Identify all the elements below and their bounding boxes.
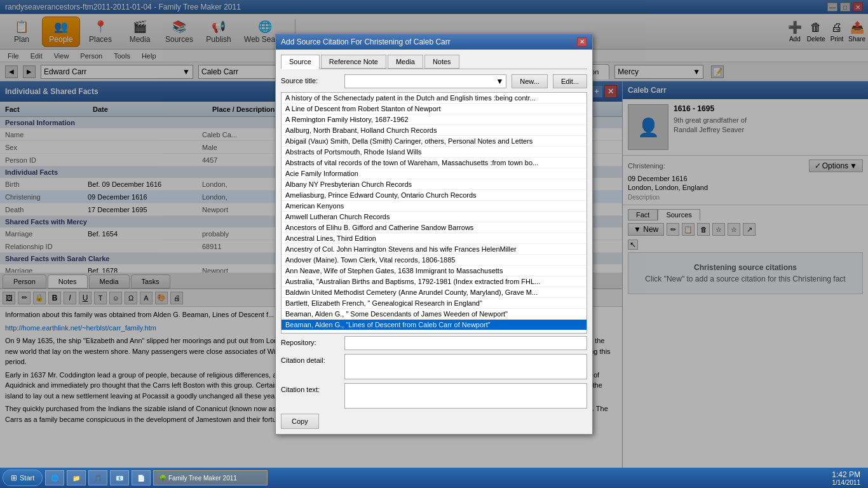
start-button[interactable]: ⊞ Start bbox=[3, 470, 43, 486]
source-item-22[interactable]: Boston City Registrar, Reports of the Re… bbox=[281, 330, 587, 334]
source-item-3[interactable]: Aalburg, North Brabant, Holland Church R… bbox=[281, 125, 587, 136]
source-item-14[interactable]: Ancestry of Col. John Harrington Stevens… bbox=[281, 244, 587, 255]
modal-title: Add Source Citation For Christening of C… bbox=[281, 37, 451, 46]
source-list[interactable]: A history of the Schenectady patent in t… bbox=[281, 92, 587, 334]
copy-modal-btn[interactable]: Copy bbox=[281, 414, 319, 429]
taskbar-app-pdf[interactable]: 📄 bbox=[132, 470, 151, 485]
source-title-label: Source title: bbox=[281, 74, 344, 85]
citation-detail-input[interactable] bbox=[344, 354, 587, 379]
source-item-13[interactable]: Ancestral Lines, Third Edition bbox=[281, 233, 587, 244]
modal-tab-ref-note[interactable]: Reference Note bbox=[321, 55, 386, 69]
repository-row: Repository: bbox=[281, 336, 587, 350]
source-citation-modal: Add Source Citation For Christening of C… bbox=[275, 34, 593, 435]
source-item-10[interactable]: American Kenyons bbox=[281, 201, 587, 212]
source-item-5[interactable]: Abstracts of Portsmouth, Rhode Island Wi… bbox=[281, 147, 587, 158]
source-item-19[interactable]: Bartlett, Elizabeth French, " Genealogic… bbox=[281, 298, 587, 309]
source-item-6[interactable]: Abstracts of vital records of the town o… bbox=[281, 158, 587, 168]
modal-tab-notes[interactable]: Notes bbox=[424, 55, 459, 69]
taskbar-clock: 1:42 PM 1/14/2011 bbox=[832, 470, 865, 486]
source-item-8[interactable]: Albany NY Presbyterian Church Records bbox=[281, 179, 587, 190]
citation-detail-row: Citation detail: bbox=[281, 354, 587, 379]
modal-tab-media[interactable]: Media bbox=[388, 55, 423, 69]
source-item-2[interactable]: A Remington Family History, 1687-1962 bbox=[281, 114, 587, 125]
new-source-modal-btn[interactable]: New... bbox=[512, 74, 548, 88]
taskbar: ⊞ Start 🌐 📁 🎵 📧 📄 🌳 Family Tree Maker 20… bbox=[0, 468, 868, 488]
source-item-7[interactable]: Acie Family Information bbox=[281, 168, 587, 179]
repository-input[interactable] bbox=[344, 336, 587, 350]
source-item-12[interactable]: Ancestors of Elihu B. Gifford and Cather… bbox=[281, 222, 587, 233]
citation-detail-label: Citation detail: bbox=[281, 354, 344, 364]
source-item-4[interactable]: Abigail (Vaux) Smith, Della (Smith) Cari… bbox=[281, 136, 587, 147]
modal-body: Source Reference Note Media Notes Source… bbox=[276, 50, 592, 434]
source-item-16[interactable]: Ann Neave, Wife of Stephen Gates, 1638 I… bbox=[281, 266, 587, 276]
source-title-row: Source title: ▼ New... Edit... bbox=[281, 74, 587, 88]
modal-tabs: Source Reference Note Media Notes bbox=[281, 55, 587, 69]
repository-label: Repository: bbox=[281, 336, 344, 346]
source-item-17[interactable]: Australia, "Australian Births and Baptis… bbox=[281, 276, 587, 287]
taskbar-app-mail[interactable]: 📧 bbox=[110, 470, 129, 485]
source-item-20[interactable]: Beaman, Alden G., " Some Descendants of … bbox=[281, 309, 587, 320]
source-item-21[interactable]: Beaman, Alden G., "Lines of Descent from… bbox=[281, 320, 587, 330]
source-item-1[interactable]: A Line of Descent from Robert Stanton of… bbox=[281, 104, 587, 114]
source-item-9[interactable]: Ameliasburg, Prince Edward County, Ontar… bbox=[281, 190, 587, 201]
source-item-18[interactable]: Baldwin United Methodist Cemetery (Anne … bbox=[281, 287, 587, 298]
citation-text-input[interactable] bbox=[344, 383, 587, 409]
source-title-input[interactable]: ▼ bbox=[344, 74, 506, 88]
citation-text-label: Citation text: bbox=[281, 383, 344, 393]
modal-overlay: Add Source Citation For Christening of C… bbox=[0, 0, 868, 468]
citation-text-row: Citation text: bbox=[281, 383, 587, 409]
taskbar-app-ie[interactable]: 🌐 bbox=[45, 470, 64, 485]
taskbar-app-media[interactable]: 🎵 bbox=[88, 470, 107, 485]
modal-title-bar: Add Source Citation For Christening of C… bbox=[276, 34, 592, 50]
modal-close-btn[interactable]: ✕ bbox=[577, 37, 587, 46]
source-item-0[interactable]: A history of the Schenectady patent in t… bbox=[281, 93, 587, 104]
source-item-15[interactable]: Andover (Maine). Town Clerk, Vital recor… bbox=[281, 255, 587, 266]
modal-bottom-row: Copy bbox=[281, 414, 587, 429]
taskbar-app-explorer[interactable]: 📁 bbox=[67, 470, 86, 485]
edit-source-modal-btn[interactable]: Edit... bbox=[553, 74, 587, 88]
source-item-11[interactable]: Amwell Lutheran Church Records bbox=[281, 212, 587, 222]
modal-tab-source[interactable]: Source bbox=[281, 55, 320, 69]
taskbar-app-ftm[interactable]: 🌳 Family Tree Maker 2011 bbox=[153, 470, 268, 485]
